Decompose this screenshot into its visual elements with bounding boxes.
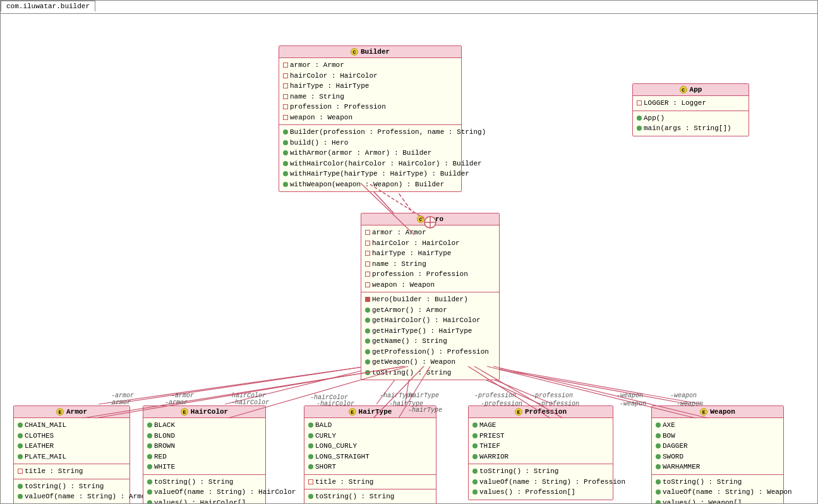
profession-header: E Profession [469,406,613,418]
app-methods: App() main(args : String[]) [633,111,749,136]
hairtype-box: E HairType BALD CURLY LONG_CURLY LONG_ST… [304,405,436,504]
profession-title: Profession [525,408,567,416]
armor-title: Armor [66,408,87,416]
app-type-icon: C [680,86,687,93]
tab-label[interactable]: com.iluwatar.builder [1,1,95,11]
weapon-title: Weapon [710,408,735,416]
haircolor-header: E HairColor [143,406,265,418]
haircolor-title: HairColor [191,408,228,416]
svg-text:-hairType: -hairType [405,392,439,399]
weapon-methods: toString() : String valueOf(name : Strin… [652,475,783,505]
armor-enums: CHAIN_MAIL CLOTHES LEATHER PLATE_MAIL [14,418,129,464]
profession-box: E Profession MAGE PRIEST THIEF WARRIOR t… [468,405,613,500]
armor-type-icon: E [56,408,64,416]
profession-type-icon: E [515,408,522,416]
svg-line-21 [487,366,702,404]
hero-title: Hero [427,215,443,223]
weapon-box: E Weapon AXE BOW DAGGER SWORD WARHAMMER … [651,405,784,504]
hairtype-enums: BALD CURLY LONG_CURLY LONG_STRAIGHT SHOR… [304,418,436,475]
svg-line-6 [111,366,367,404]
builder-header: C Builder [279,46,461,58]
weapon-type-icon: E [700,408,707,416]
app-fields: LOGGER : Logger [633,96,749,111]
svg-text:-weapon: -weapon [620,400,646,407]
hairtype-methods: toString() : String valueOf(name : Strin… [304,489,436,504]
hero-type-icon: C [417,215,424,223]
tab-text: com.iluwatar.builder [6,3,90,10]
armor-methods: toString() : String valueOf(name : Strin… [14,479,129,505]
hero-fields: armor : Armor hairColor : HairColor hair… [361,225,499,292]
profession-methods: toString() : String valueOf(name : Strin… [469,464,613,500]
haircolor-enums: BLACK BLOND BROWN RED WHITE [143,418,265,475]
canvas: com.iluwatar.builder -armor -armor -hair… [0,0,818,504]
hairtype-header: E HairType [304,406,436,418]
svg-text:-armor: -armor [171,392,194,399]
haircolor-methods: toString() : String valueOf(name : Strin… [143,475,265,505]
svg-line-20 [481,366,689,404]
svg-text:-hairColor: -hairColor [310,394,348,401]
profession-enums: MAGE PRIEST THIEF WARRIOR [469,418,613,464]
hairtype-fields: title : String [304,475,436,490]
svg-line-9 [225,366,380,404]
svg-line-5 [99,366,367,404]
svg-text:-hairType: -hairType [380,392,414,399]
app-title: App [690,86,702,93]
hero-header: C Hero [361,213,499,225]
haircolor-type-icon: E [181,408,188,416]
weapon-header: E Weapon [652,406,783,418]
builder-methods: Builder(profession : Profession, name : … [279,125,461,191]
builder-title: Builder [361,48,390,56]
svg-text:-profession: -profession [474,392,516,399]
armor-header: E Armor [14,406,129,418]
svg-text:-weapon: -weapon [617,392,643,399]
svg-text:-profession: -profession [531,392,573,399]
hero-box: C Hero armor : Armor hairColor : HairCol… [361,213,500,380]
builder-box: C Builder armor : Armor hairColor : Hair… [279,45,462,192]
hairtype-title: HairType [359,408,392,416]
svg-text:-armor: -armor [111,392,134,399]
hero-methods: Hero(builder : Builder) getArmor() : Arm… [361,292,499,380]
builder-type-icon: C [351,48,358,56]
armor-box: E Armor CHAIN_MAIL CLOTHES LEATHER PLATE… [13,405,130,504]
hairtype-type-icon: E [349,408,356,416]
app-box: C App LOGGER : Logger App() main(args : … [632,83,749,136]
app-header: C App [633,84,749,96]
diagram-area: -armor -armor -hairColor -hairColor -hai… [1,13,817,503]
svg-text:-hairColor: -hairColor [228,392,266,399]
builder-fields: armor : Armor hairColor : HairColor hair… [279,58,461,125]
haircolor-box: E HairColor BLACK BLOND BROWN RED WHITE … [143,405,266,504]
weapon-enums: AXE BOW DAGGER SWORD WARHAMMER [652,418,783,475]
armor-fields: title : String [14,464,129,479]
svg-text:-weapon: -weapon [670,392,697,399]
